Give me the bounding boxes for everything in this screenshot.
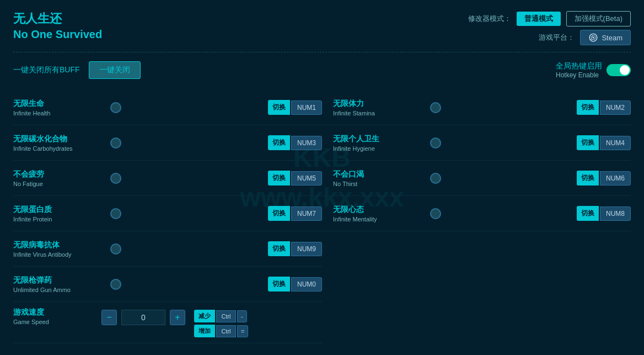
- key-num: NUM0: [291, 277, 322, 292]
- list-item: 不会口渴 No Thirst 切换 NUM6: [322, 161, 631, 196]
- key-switch-button[interactable]: 切换: [577, 171, 599, 186]
- key-num: NUM5: [291, 171, 322, 186]
- key-switch-button[interactable]: 切换: [268, 206, 290, 221]
- header: 无人生还 No One Survived 修改器模式： 普通模式 加强模式(Be…: [13, 11, 631, 45]
- feature-name-en: No Fatigue: [13, 181, 101, 187]
- feature-toggle-r1[interactable]: [430, 137, 441, 149]
- key-group: 切换 NUM2: [577, 100, 631, 115]
- feature-name-en: Infinite Mentality: [333, 216, 421, 222]
- feature-name-cn: 无限枪弹药: [13, 275, 101, 285]
- key-group: 切换 NUM4: [577, 135, 631, 150]
- key-num: NUM7: [291, 206, 322, 221]
- speed-increase-button[interactable]: +: [170, 310, 185, 325]
- feature-toggle-0[interactable]: [110, 102, 121, 113]
- feature-info: 不会口渴 No Thirst: [333, 169, 421, 187]
- feature-info: 无限个人卫生 Infinite Hygiene: [333, 134, 421, 152]
- decrease-sign-key: -: [237, 310, 247, 322]
- feature-info: 无限心态 Infinite Mentality: [333, 205, 421, 222]
- key-group: 切换 NUM7: [268, 206, 322, 221]
- feature-toggle-2[interactable]: [110, 173, 121, 184]
- feature-name-en: Infinite Stamina: [333, 110, 421, 116]
- list-item: 无限碳水化合物 Infinite Carbohydrates 切换 NUM3: [13, 125, 322, 161]
- feature-name-en: Infinite Carbohydrates: [13, 145, 101, 152]
- key-num: NUM1: [291, 100, 322, 115]
- decrease-ctrl-key: Ctrl: [216, 310, 236, 322]
- key-switch-button[interactable]: 切换: [577, 135, 599, 150]
- close-all-section: 一键关闭所有BUFF 一键关闭: [13, 61, 141, 79]
- feature-name-en: Infinite Virus Antibody: [13, 251, 101, 258]
- list-item: 无限个人卫生 Infinite Hygiene 切换 NUM4: [322, 125, 631, 161]
- feature-name-en: No Thirst: [333, 181, 421, 187]
- hotkey-toggle[interactable]: [607, 64, 631, 76]
- key-switch-button[interactable]: 切换: [268, 241, 290, 256]
- increase-label-button[interactable]: 增加: [194, 325, 215, 337]
- feature-info: 不会疲劳 No Fatigue: [13, 169, 101, 187]
- close-all-button[interactable]: 一键关闭: [89, 61, 141, 79]
- key-group: 切换 NUM3: [268, 135, 322, 150]
- key-switch-button[interactable]: 切换: [268, 135, 290, 150]
- feature-name-cn: 无限个人卫生: [333, 134, 421, 144]
- hotkey-section: 全局热键启用 Hotkey Enable: [556, 61, 631, 79]
- feature-info: 无限病毒抗体 Infinite Virus Antibody: [13, 240, 101, 258]
- speed-decrease-button[interactable]: −: [101, 310, 117, 325]
- feature-info: 无限体力 Infinite Stamina: [333, 99, 421, 116]
- key-switch-button[interactable]: 切换: [268, 277, 290, 292]
- key-num: NUM9: [291, 242, 322, 256]
- list-item: 无限病毒抗体 Infinite Virus Antibody 切换 NUM9: [13, 231, 322, 267]
- feature-toggle-5[interactable]: [110, 279, 121, 290]
- key-switch-button[interactable]: 切换: [268, 171, 290, 186]
- increase-key-row: 增加 Ctrl =: [194, 325, 248, 337]
- feature-name-cn: 不会疲劳: [13, 169, 101, 179]
- feature-name-cn: 无限体力: [333, 99, 421, 109]
- key-switch-button[interactable]: 切换: [268, 100, 290, 115]
- title-section: 无人生还 No One Survived: [13, 11, 102, 41]
- beta-mode-button[interactable]: 加强模式(Beta): [566, 11, 631, 27]
- key-switch-button[interactable]: 切换: [577, 206, 599, 221]
- game-speed-row: 游戏速度 Game Speed − 0 + 减少 Ctrl -: [13, 302, 322, 343]
- speed-value: 0: [121, 310, 165, 325]
- feature-name-cn: 不会口渴: [333, 169, 421, 179]
- key-num: NUM4: [600, 136, 631, 150]
- feature-toggle-r2[interactable]: [430, 173, 441, 184]
- feature-toggle-1[interactable]: [110, 137, 121, 149]
- decrease-key-row: 减少 Ctrl -: [194, 310, 248, 322]
- feature-toggle-r0[interactable]: [430, 102, 441, 113]
- game-speed-info: 游戏速度 Game Speed: [13, 308, 101, 325]
- game-speed-name-en: Game Speed: [13, 319, 101, 325]
- right-column: 无限体力 Infinite Stamina 切换 NUM2 无限个人卫生 Inf…: [322, 90, 631, 343]
- feature-info: 无限碳水化合物 Infinite Carbohydrates: [13, 134, 101, 152]
- feature-toggle-r3[interactable]: [430, 208, 441, 219]
- title-en: No One Survived: [13, 27, 102, 41]
- normal-mode-button[interactable]: 普通模式: [517, 12, 561, 26]
- key-group: 切换 NUM1: [268, 100, 322, 115]
- steam-icon: [588, 33, 598, 43]
- list-item: 无限生命 Infinite Health 切换 NUM1: [13, 90, 322, 125]
- feature-name-en: Unlimited Gun Ammo: [13, 287, 101, 293]
- list-item: 无限枪弹药 Unlimited Gun Ammo 切换 NUM0: [13, 267, 322, 302]
- feature-name-cn: 无限蛋白质: [13, 205, 101, 215]
- key-group: 切换 NUM6: [577, 171, 631, 186]
- key-num: NUM6: [600, 171, 631, 186]
- key-group: 切换 NUM8: [577, 206, 631, 221]
- list-item: 无限蛋白质 Infinite Protein 切换 NUM7: [13, 196, 322, 231]
- feature-toggle-3[interactable]: [110, 208, 121, 219]
- hotkey-toggle-row: 全局热键启用 Hotkey Enable: [556, 61, 631, 79]
- decrease-label-button[interactable]: 减少: [194, 310, 215, 322]
- hotkey-label-en: Hotkey Enable: [556, 71, 602, 79]
- increase-sign-key: =: [237, 325, 248, 337]
- feature-toggle-4[interactable]: [110, 243, 121, 255]
- steam-platform-button[interactable]: Steam: [580, 30, 631, 45]
- feature-info: 无限生命 Infinite Health: [13, 99, 101, 116]
- list-item: 无限心态 Infinite Mentality 切换 NUM8: [322, 196, 631, 231]
- key-group: 切换 NUM5: [268, 171, 322, 186]
- main-grid: 无限生命 Infinite Health 切换 NUM1 无限碳水化合物 Inf…: [13, 90, 631, 343]
- steam-label: Steam: [602, 34, 622, 42]
- left-column: 无限生命 Infinite Health 切换 NUM1 无限碳水化合物 Inf…: [13, 90, 322, 343]
- header-divider: [13, 52, 631, 52]
- feature-name-en: Infinite Hygiene: [333, 145, 421, 152]
- close-all-label: 一键关闭所有BUFF: [13, 65, 80, 75]
- key-num: NUM2: [600, 100, 631, 115]
- feature-name-cn: 无限碳水化合物: [13, 134, 101, 144]
- key-switch-button[interactable]: 切换: [577, 100, 599, 115]
- feature-name-cn: 无限生命: [13, 99, 101, 109]
